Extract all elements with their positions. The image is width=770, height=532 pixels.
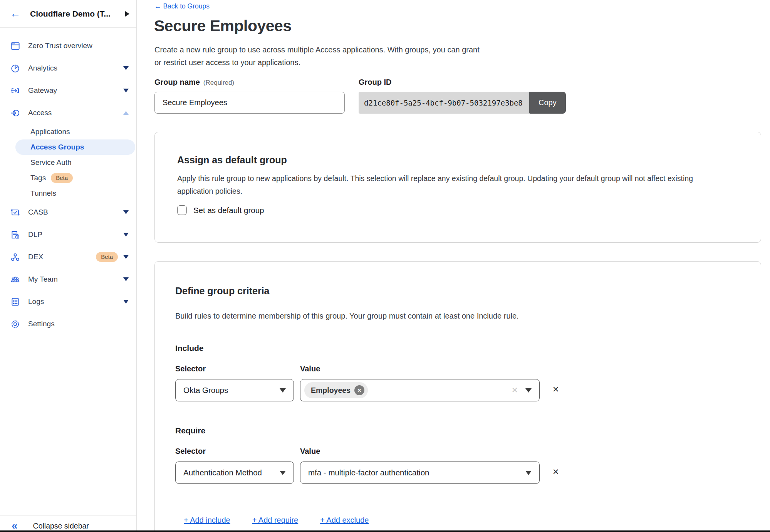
sidebar-nav: Zero Trust overview Analytics Gateway Ac…: [0, 28, 136, 335]
sidebar-item-tags[interactable]: Tags Beta: [0, 170, 136, 186]
sidebar-item-casb[interactable]: CASB: [0, 201, 136, 223]
access-icon: [10, 108, 20, 118]
group-id-field: d21ce80f-5a25-4bcf-9b07-5032197e3be8 Cop…: [359, 92, 566, 114]
chevron-down-icon[interactable]: [525, 388, 532, 393]
chevron-down-icon: [123, 300, 129, 304]
sidebar-item-dex[interactable]: DEX Beta: [0, 246, 136, 268]
expand-caret-icon[interactable]: [125, 11, 129, 17]
copy-button[interactable]: Copy: [529, 92, 566, 114]
required-hint: (Required): [203, 79, 234, 86]
beta-badge: Beta: [51, 173, 73, 183]
group-id-value: d21ce80f-5a25-4bcf-9b07-5032197e3be8: [359, 92, 529, 114]
chip-remove-icon[interactable]: ✕: [354, 385, 364, 395]
my-team-icon: [10, 274, 20, 285]
set-default-group-label: Set as default group: [193, 206, 264, 215]
back-arrow-icon[interactable]: ←: [10, 8, 20, 19]
beta-badge: Beta: [96, 252, 118, 262]
add-include-link[interactable]: + Add include: [184, 516, 230, 525]
dex-icon: [10, 252, 20, 262]
set-default-group-checkbox[interactable]: [177, 205, 187, 215]
back-link-label: Back to Groups: [163, 2, 210, 10]
sidebar-header: ← Cloudflare Demo (T...: [0, 0, 136, 28]
require-selector-dropdown[interactable]: Authentication Method: [175, 462, 294, 484]
sidebar-item-logs[interactable]: Logs: [0, 290, 136, 313]
include-value-multiselect[interactable]: Employees ✕ ✕: [300, 379, 540, 401]
sidebar-item-label: DLP: [28, 230, 123, 239]
sidebar-item-label: Tags: [30, 174, 46, 182]
chevron-up-icon: [123, 111, 129, 115]
settings-icon: [10, 319, 20, 329]
back-arrow-icon: ←: [154, 2, 161, 10]
require-value-value: mfa - multiple-factor authentication: [308, 468, 429, 477]
analytics-icon: [10, 63, 20, 74]
page-title: Secure Employees: [154, 17, 292, 35]
require-value-label: Value: [300, 447, 320, 456]
sidebar-item-label: Zero Trust overview: [28, 42, 129, 50]
sidebar-item-access-groups[interactable]: Access Groups: [15, 139, 135, 155]
group-id-label: Group ID: [359, 78, 392, 87]
sidebar-item-label: Settings: [28, 320, 129, 328]
require-selector-label: Selector: [175, 447, 206, 456]
include-heading: Include: [175, 344, 204, 353]
sidebar-item-service-auth[interactable]: Service Auth: [0, 155, 136, 170]
sidebar-item-label: Analytics: [28, 64, 123, 72]
card-description: Build rules to determine membership of t…: [175, 312, 519, 321]
group-name-input[interactable]: [154, 92, 345, 114]
chevron-down-icon: [123, 233, 129, 237]
sidebar-item-label: My Team: [28, 275, 123, 284]
add-rule-links: + Add include + Add require + Add exclud…: [184, 516, 369, 525]
account-title: Cloudflare Demo (T...: [30, 9, 124, 18]
remove-require-rule-icon[interactable]: ✕: [552, 467, 559, 477]
chip-label: Employees: [311, 386, 351, 395]
sidebar-item-access[interactable]: Access: [0, 102, 136, 124]
sidebar-item-analytics[interactable]: Analytics: [0, 57, 136, 79]
include-selector-dropdown[interactable]: Okta Groups: [175, 379, 294, 401]
chevron-down-icon: [280, 388, 286, 393]
sidebar-item-applications[interactable]: Applications: [0, 124, 136, 139]
gateway-icon: [10, 86, 20, 96]
back-to-groups-link[interactable]: ← Back to Groups: [154, 2, 210, 10]
define-group-criteria-card: Define group criteria Build rules to det…: [154, 261, 761, 532]
window-bottom-edge: [0, 530, 770, 532]
include-selector-value: Okta Groups: [183, 386, 228, 395]
group-name-label: Group name(Required): [154, 78, 234, 87]
collapse-chevrons-icon: «: [12, 522, 18, 530]
collapse-sidebar-label: Collapse sidebar: [33, 522, 89, 530]
require-heading: Require: [175, 426, 205, 435]
remove-include-rule-icon[interactable]: ✕: [552, 385, 559, 394]
overview-icon: [10, 41, 20, 51]
assign-default-group-card: Assign as default group Apply this rule …: [154, 132, 761, 243]
include-value-label: Value: [300, 364, 320, 373]
require-selector-value: Authentication Method: [183, 468, 262, 477]
add-exclude-link[interactable]: + Add exclude: [320, 516, 369, 525]
chevron-down-icon: [123, 89, 129, 92]
include-selector-label: Selector: [175, 364, 206, 373]
sidebar-item-tunnels[interactable]: Tunnels: [0, 186, 136, 201]
add-require-link[interactable]: + Add require: [252, 516, 299, 525]
sidebar-item-zero-trust-overview[interactable]: Zero Trust overview: [0, 35, 136, 57]
page-description-line1: Create a new rule group to use across mu…: [154, 44, 480, 56]
set-default-group-row: Set as default group: [177, 205, 264, 215]
chevron-down-icon: [123, 66, 129, 70]
clear-values-icon[interactable]: ✕: [511, 386, 518, 395]
sidebar-item-label: Access: [28, 109, 123, 117]
employees-chip: Employees ✕: [304, 382, 368, 398]
sidebar-item-label: Logs: [28, 297, 123, 306]
require-value-dropdown[interactable]: mfa - multiple-factor authentication: [300, 462, 540, 484]
sidebar-item-label: CASB: [28, 208, 123, 216]
sidebar-item-settings[interactable]: Settings: [0, 313, 136, 335]
sidebar-item-my-team[interactable]: My Team: [0, 268, 136, 290]
card-title: Assign as default group: [177, 154, 287, 166]
sidebar-item-label: Gateway: [28, 86, 123, 95]
chevron-down-icon: [525, 471, 532, 475]
card-title: Define group criteria: [175, 285, 270, 297]
access-subnav: Applications Access Groups Service Auth …: [0, 124, 136, 201]
dlp-icon: [10, 230, 20, 240]
chevron-down-icon: [123, 255, 129, 259]
sidebar-item-dlp[interactable]: DLP: [0, 223, 136, 246]
page-description: Create a new rule group to use across mu…: [154, 44, 480, 69]
sidebar-item-gateway[interactable]: Gateway: [0, 79, 136, 102]
logs-icon: [10, 297, 20, 307]
collapse-sidebar-button[interactable]: « Collapse sidebar: [0, 515, 136, 532]
casb-icon: [10, 207, 20, 218]
